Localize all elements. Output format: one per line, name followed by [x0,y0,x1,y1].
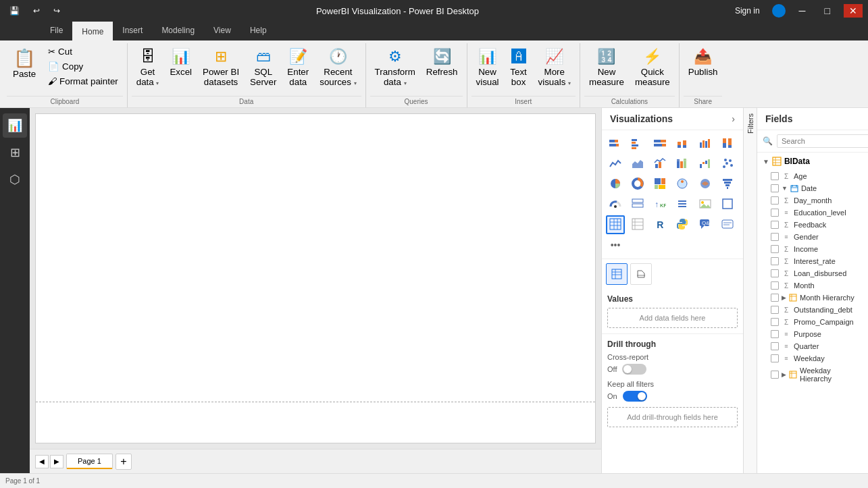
viz-table[interactable]: Table [606,215,625,234]
maximize-button[interactable]: □ [819,4,836,18]
bidata-group-header[interactable]: ▼ BIData [757,153,868,170]
next-page-button[interactable]: ▶ [50,455,63,468]
save-button[interactable]: 💾 [5,5,24,17]
field-item-outstanding-debt[interactable]: Σ Outstanding_debt [757,304,868,316]
viz-more[interactable]: ••• [606,236,625,254]
more-visuals-button[interactable]: 📈 Morevisuals ▾ [534,45,576,90]
weekday-hierarchy-checkbox[interactable] [771,371,779,379]
cross-report-toggle[interactable] [622,364,646,375]
viz-clustered-column[interactable] [696,134,715,153]
nav-data-button[interactable]: ⊞ [3,140,27,165]
education-level-checkbox[interactable] [771,209,779,217]
field-item-weekday-hierarchy[interactable]: ▶ Weekday Hierarchy [757,364,868,385]
field-item-date[interactable]: ▼ Date [757,182,868,194]
prev-page-button[interactable]: ◀ [35,455,49,468]
tab-file[interactable]: File [41,22,72,40]
day-month-checkbox[interactable] [771,196,779,205]
gender-checkbox[interactable] [771,233,779,241]
viz-matrix[interactable] [628,215,647,234]
fields-search-input[interactable] [777,134,868,148]
promo-campaign-checkbox[interactable] [771,318,779,326]
viz-clustered-bar[interactable] [628,134,647,153]
field-item-month-hierarchy[interactable]: ▶ Month Hierarchy [757,292,868,304]
viz-kpi[interactable]: ↑KPI [650,195,669,214]
add-drill-fields-box[interactable]: Add drill-through fields here [607,407,738,427]
canvas[interactable] [35,113,596,443]
viz-waterfall[interactable] [696,155,715,173]
viz-shape[interactable] [718,195,737,214]
field-item-interest-rate[interactable]: Σ Interest_rate [757,255,868,267]
viz-stacked-column-100[interactable] [718,134,737,153]
viz-area[interactable] [628,155,647,173]
field-item-feedback[interactable]: Σ Feedback [757,219,868,231]
viz-smart-narrative[interactable] [718,215,737,234]
enter-data-button[interactable]: 📝 Enterdata [282,45,313,90]
interest-rate-checkbox[interactable] [771,257,779,265]
publish-button[interactable]: 📤 Publish [684,45,723,80]
cut-button[interactable]: ✂ Cut [43,45,123,59]
viz-pie[interactable] [606,175,625,194]
viz-ribbon[interactable] [673,155,692,173]
income-checkbox[interactable] [771,245,779,253]
field-item-month[interactable]: Σ Month [757,279,868,292]
quarter-checkbox[interactable] [771,342,779,350]
outstanding-debt-checkbox[interactable] [771,306,779,314]
feedback-checkbox[interactable] [771,221,779,229]
nav-model-button[interactable]: ⬡ [3,167,27,192]
field-item-income[interactable]: Σ Income [757,243,868,255]
undo-button[interactable]: ↩ [29,5,44,17]
date-checkbox[interactable] [771,184,779,192]
sign-in-button[interactable]: Sign in [731,5,764,17]
viz-gauge[interactable] [606,195,625,214]
viz-image[interactable] [696,195,715,214]
add-page-button[interactable]: + [116,454,132,470]
viz-scatter[interactable] [718,155,737,173]
sql-server-button[interactable]: 🗃 SQLServer [245,45,281,90]
viz-funnel[interactable] [718,175,737,194]
field-item-quarter[interactable]: ≡ Quarter [757,340,868,352]
viz-stacked-bar-100[interactable] [650,134,669,153]
field-item-loan-disbursed[interactable]: Σ Loan_disbursed [757,267,868,279]
tab-view[interactable]: View [204,22,240,40]
field-item-day-month[interactable]: Σ Day_month [757,194,868,207]
get-data-button[interactable]: 🗄 Getdata ▾ [132,45,164,90]
viz-collapse-button[interactable]: › [732,113,735,124]
redo-button[interactable]: ↪ [49,5,64,17]
nav-report-button[interactable]: 📊 [3,113,27,138]
viz-donut[interactable] [628,175,647,194]
field-item-age[interactable]: Σ Age [757,170,868,182]
keep-all-filters-toggle[interactable] [623,391,647,402]
filters-label[interactable]: Filters [745,108,756,139]
viz-python[interactable] [673,215,692,234]
viz-filled-map[interactable] [696,175,715,194]
build-format-button[interactable] [630,263,652,285]
tab-help[interactable]: Help [240,22,276,40]
close-button[interactable]: ✕ [844,4,863,18]
viz-map[interactable] [673,175,692,194]
age-checkbox[interactable] [771,172,779,180]
build-fields-button[interactable] [606,263,628,285]
paste-button[interactable]: 📋 Paste [7,45,42,88]
page-tab-1[interactable]: Page 1 [66,454,113,469]
excel-button[interactable]: 📊 Excel [165,45,197,80]
quick-measure-button[interactable]: ⚡ Quickmeasure [630,45,675,90]
month-checkbox[interactable] [771,281,779,290]
recent-sources-button[interactable]: 🕐 Recentsources ▾ [315,45,361,90]
text-box-button[interactable]: 🅰 Textbox [505,45,532,90]
weekday-checkbox[interactable] [771,354,779,362]
field-item-purpose[interactable]: ≡ Purpose [757,328,868,340]
minimize-button[interactable]: ─ [794,4,811,18]
format-painter-button[interactable]: 🖌 Format painter [43,74,123,88]
power-bi-datasets-button[interactable]: ⊞ Power BIdatasets [198,45,244,90]
tab-home[interactable]: Home [72,22,113,40]
new-measure-button[interactable]: 🔢 Newmeasure [584,45,629,90]
add-data-fields-box[interactable]: Add data fields here [607,308,738,328]
viz-treemap[interactable] [650,175,669,194]
purpose-checkbox[interactable] [771,330,779,338]
viz-stacked-column[interactable] [673,134,692,153]
viz-slicer[interactable] [673,195,692,214]
field-item-gender[interactable]: ≡ Gender [757,231,868,243]
viz-line-stacked[interactable] [650,155,669,173]
viz-r-script[interactable]: R [650,215,669,234]
viz-line[interactable] [606,155,625,173]
